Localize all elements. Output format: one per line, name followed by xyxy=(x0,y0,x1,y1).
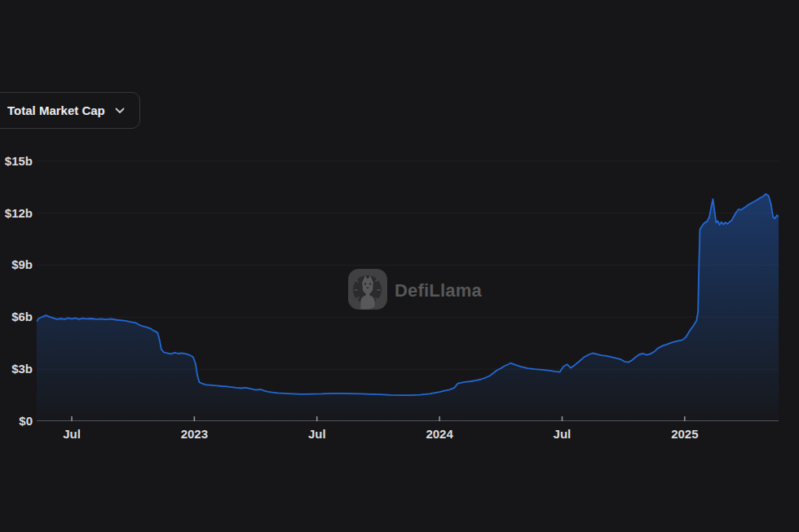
x-axis-label: Jul xyxy=(63,427,81,441)
y-axis-label: $12b xyxy=(0,206,33,221)
y-axis-label: $15b xyxy=(0,154,33,169)
market-cap-chart[interactable]: $15b$12b$9b$6b$3b$0 Jul2023Jul2024Jul202… xyxy=(0,0,799,532)
chart-plot-area[interactable] xyxy=(37,152,779,421)
area-fill xyxy=(37,194,779,421)
y-axis-label: $9b xyxy=(0,257,33,272)
x-axis-label: 2025 xyxy=(671,427,698,441)
y-axis-label: $6b xyxy=(0,310,33,324)
x-axis-label: 2023 xyxy=(181,427,208,441)
x-axis-label: Jul xyxy=(308,427,326,441)
x-axis-label: 2024 xyxy=(426,427,452,441)
y-axis-label: $3b xyxy=(0,362,33,376)
x-axis-label: Jul xyxy=(554,427,572,441)
y-axis-label: $0 xyxy=(0,414,33,429)
